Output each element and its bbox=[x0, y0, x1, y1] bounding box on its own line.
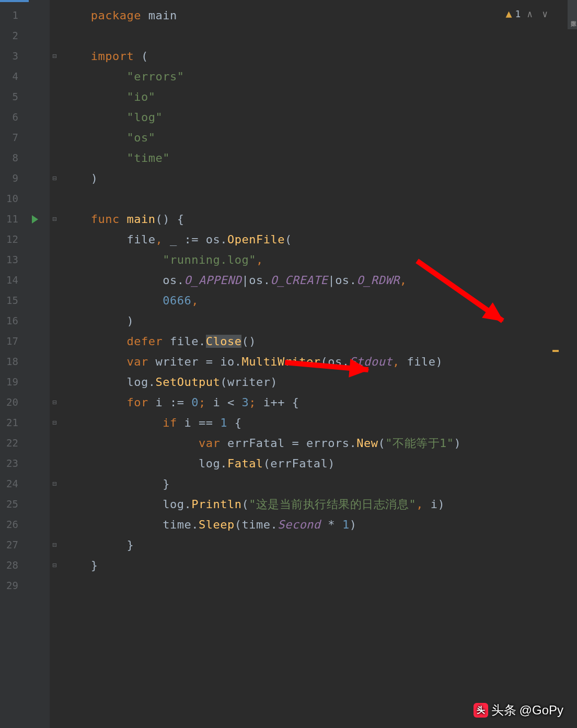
line-number[interactable]: 29 bbox=[0, 576, 50, 596]
line-number[interactable]: 22 bbox=[0, 433, 50, 453]
line-number[interactable]: 4 bbox=[0, 66, 50, 87]
next-highlight-icon[interactable]: ∨ bbox=[539, 8, 551, 19]
code-line[interactable]: ) bbox=[55, 311, 577, 331]
stripe-marker[interactable] bbox=[552, 350, 559, 352]
fold-icon[interactable]: ⊟ bbox=[52, 392, 57, 413]
line-number[interactable]: 26 bbox=[0, 514, 50, 535]
line-number[interactable]: 5 bbox=[0, 87, 50, 107]
line-number[interactable]: 12 bbox=[0, 229, 50, 250]
code-line[interactable]: log.Fatal(errFatal) bbox=[55, 453, 577, 474]
code-line[interactable]: time.Sleep(time.Second * 1) bbox=[55, 514, 577, 535]
gutter-highlight bbox=[0, 0, 29, 2]
scrollbar[interactable] bbox=[560, 0, 568, 728]
fold-icon[interactable]: ⊟ bbox=[52, 474, 57, 494]
code-line[interactable]: defer file.Close() bbox=[55, 331, 577, 351]
code-line[interactable]: "log" bbox=[55, 107, 577, 127]
code-line[interactable]: package main bbox=[55, 5, 577, 26]
line-number[interactable]: 24 bbox=[0, 474, 50, 494]
line-number[interactable]: 3 bbox=[0, 46, 50, 66]
line-number[interactable]: 27 bbox=[0, 535, 50, 555]
code-line[interactable]: ⊟ ) bbox=[55, 168, 577, 189]
line-number[interactable]: 13 bbox=[0, 250, 50, 270]
code-line[interactable] bbox=[55, 576, 577, 596]
line-number[interactable]: 23 bbox=[0, 453, 50, 474]
prev-highlight-icon[interactable]: ∧ bbox=[524, 8, 536, 19]
code-line[interactable]: log.SetOutput(writer) bbox=[55, 372, 577, 392]
fold-icon[interactable]: ⊟ bbox=[52, 209, 57, 229]
code-line[interactable]: 0666, bbox=[55, 290, 577, 311]
code-line[interactable] bbox=[55, 189, 577, 209]
code-line[interactable]: "time" bbox=[55, 148, 577, 168]
fold-icon[interactable]: ⊟ bbox=[52, 168, 57, 189]
code-line[interactable]: ⊟ func main() { bbox=[55, 209, 577, 229]
line-number[interactable]: 14 bbox=[0, 270, 50, 290]
line-number[interactable]: 20 bbox=[0, 392, 50, 413]
line-number[interactable]: 19 bbox=[0, 372, 50, 392]
code-line[interactable] bbox=[55, 26, 577, 46]
code-area[interactable]: package main⊟ import ( "errors" "io" "lo… bbox=[50, 0, 577, 728]
code-line[interactable]: log.Println("这是当前执行结果的日志消息", i) bbox=[55, 494, 577, 514]
code-line[interactable]: var writer = io.MultiWriter(os.Stdout, f… bbox=[55, 351, 577, 372]
code-line[interactable]: ⊟ } bbox=[55, 474, 577, 494]
code-line[interactable]: "os" bbox=[55, 127, 577, 148]
warning-count: 1 bbox=[515, 8, 521, 19]
line-number[interactable]: 21 bbox=[0, 413, 50, 433]
run-gutter-icon[interactable] bbox=[32, 215, 38, 224]
code-line[interactable]: ⊟ for i := 0; i < 3; i++ { bbox=[55, 392, 577, 413]
code-line[interactable]: ⊟ if i == 1 { bbox=[55, 413, 577, 433]
attribution-handle: @GoPy bbox=[520, 703, 563, 718]
line-number[interactable]: 15 bbox=[0, 290, 50, 311]
line-number[interactable]: 8 bbox=[0, 148, 50, 168]
line-number[interactable]: 28 bbox=[0, 555, 50, 576]
fold-icon[interactable]: ⊟ bbox=[52, 413, 57, 433]
code-line[interactable]: file, _ := os.OpenFile( bbox=[55, 229, 577, 250]
inspection-widget[interactable]: ▲ 1 ∧ ∨ bbox=[505, 7, 551, 20]
warning-icon: ▲ bbox=[505, 7, 512, 20]
fold-icon[interactable]: ⊟ bbox=[52, 535, 57, 555]
editor-container: 1234567891011121314151617181920212223242… bbox=[0, 0, 577, 728]
code-line[interactable]: "running.log", bbox=[55, 250, 577, 270]
code-line[interactable]: "io" bbox=[55, 87, 577, 107]
code-line[interactable]: os.O_APPEND|os.O_CREATE|os.O_RDWR, bbox=[55, 270, 577, 290]
gutter: 1234567891011121314151617181920212223242… bbox=[0, 0, 50, 728]
line-number[interactable]: 11 bbox=[0, 209, 50, 229]
line-number[interactable]: 18 bbox=[0, 351, 50, 372]
toutiao-logo-icon: 头 bbox=[474, 703, 488, 718]
code-line[interactable]: ⊟ import ( bbox=[55, 46, 577, 66]
code-line[interactable]: ⊟ } bbox=[55, 555, 577, 576]
line-number[interactable]: 9 bbox=[0, 168, 50, 189]
tool-window-tab-database[interactable]: 数据库 bbox=[568, 0, 577, 29]
line-number[interactable]: 17 bbox=[0, 331, 50, 351]
line-number[interactable]: 7 bbox=[0, 127, 50, 148]
fold-icon[interactable]: ⊟ bbox=[52, 555, 57, 576]
attribution-prefix: 头条 bbox=[491, 702, 516, 719]
line-number[interactable]: 10 bbox=[0, 189, 50, 209]
line-number[interactable]: 6 bbox=[0, 107, 50, 127]
line-number[interactable]: 16 bbox=[0, 311, 50, 331]
code-line[interactable]: var errFatal = errors.New("不能等于1") bbox=[55, 433, 577, 453]
line-number[interactable]: 2 bbox=[0, 26, 50, 46]
line-number[interactable]: 25 bbox=[0, 494, 50, 514]
attribution: 头 头条 @GoPy bbox=[474, 702, 563, 719]
line-number[interactable]: 1 bbox=[0, 5, 50, 26]
fold-icon[interactable]: ⊟ bbox=[52, 46, 57, 66]
error-stripe[interactable] bbox=[552, 0, 559, 728]
code-line[interactable]: ⊟ } bbox=[55, 535, 577, 555]
code-line[interactable]: "errors" bbox=[55, 66, 577, 87]
